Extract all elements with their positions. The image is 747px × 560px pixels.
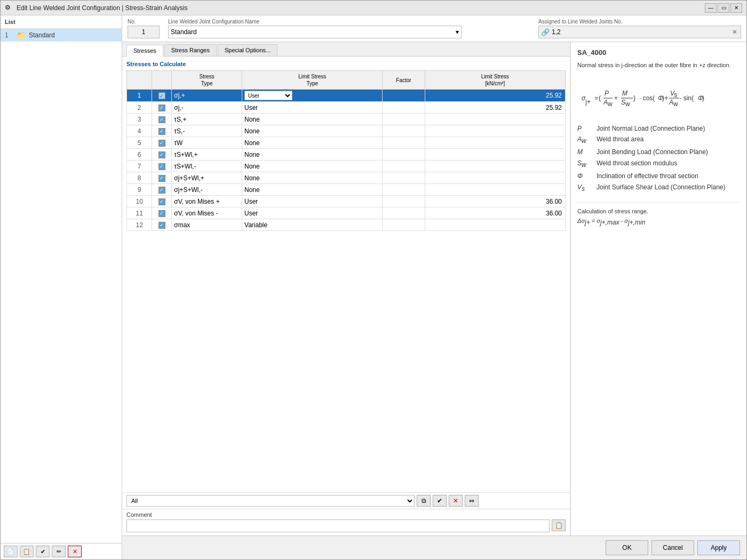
restore-button[interactable]: ▭	[718, 3, 729, 13]
tab-stress-ranges[interactable]: Stress Ranges	[164, 44, 217, 56]
limit-val-4	[425, 125, 566, 137]
minimize-button[interactable]: —	[705, 3, 717, 13]
row-check-1[interactable]: ✓	[152, 90, 172, 102]
name-value: Standard	[171, 28, 197, 36]
legend-sym-Aw: Aw	[577, 135, 592, 146]
limit-type-7[interactable]: None	[242, 161, 383, 172]
bottom-bar: OK Cancel Apply	[122, 535, 746, 559]
legend-P: P Joint Normal Load (Connection Plane)	[577, 124, 740, 133]
row-check-4[interactable]: ✓	[152, 125, 172, 137]
comment-input[interactable]	[126, 519, 550, 532]
row-check-8[interactable]: ✓	[152, 172, 172, 184]
rename-item-button[interactable]: ✏	[52, 546, 66, 557]
window-title: Edit Line Welded Joint Configuration | S…	[17, 4, 705, 12]
svg-text:): )	[633, 94, 635, 102]
checkbox-9[interactable]: ✓	[158, 187, 165, 194]
factor-9	[383, 184, 425, 196]
stress-type-4: τS,-	[172, 125, 242, 137]
main-content: List 1 📁 Standard 📄 📋 ✔ ✏ ✕ No. 1	[1, 15, 746, 559]
link-icon: 🔗	[541, 28, 550, 36]
table-row[interactable]: 6✓τS+Wl,+None	[127, 149, 566, 161]
checkbox-12[interactable]: ✓	[158, 222, 165, 229]
factor-8	[383, 172, 425, 184]
stress-type-9: σj+S+Wl,-	[172, 184, 242, 196]
row-num-6: 6	[127, 149, 152, 161]
table-row[interactable]: 4✓τS,-None	[127, 125, 566, 137]
expand-button[interactable]: ⇔	[465, 495, 479, 507]
left-panel: List 1 📁 Standard 📄 📋 ✔ ✏ ✕	[1, 15, 122, 559]
row-check-9[interactable]: ✓	[152, 184, 172, 196]
limit-type-12[interactable]: Variable	[242, 219, 383, 231]
ok-button[interactable]: OK	[606, 540, 648, 555]
legend-Vs: Vs Joint Surface Shear Load (Connection …	[577, 183, 740, 194]
name-select[interactable]: Standard ▾	[168, 26, 462, 38]
limit-type-10[interactable]: User	[242, 196, 383, 207]
checkbox-8[interactable]: ✓	[158, 175, 165, 182]
save-item-button[interactable]: ✔	[36, 546, 50, 557]
svg-text:σj+
                =: σj+ =	[582, 94, 598, 106]
table-row[interactable]: 3✓τS,+None	[127, 114, 566, 125]
factor-4	[383, 125, 425, 137]
checkbox-4[interactable]: ✓	[158, 128, 165, 135]
checkbox-6[interactable]: ✓	[158, 151, 165, 158]
no-value: 1	[128, 26, 160, 38]
filter-select[interactable]: All	[126, 495, 415, 507]
factor-5	[383, 137, 425, 149]
new-item-button[interactable]: 📄	[4, 546, 18, 557]
table-row[interactable]: 8✓σj+S+Wl,+None	[127, 172, 566, 184]
row-check-2[interactable]: ✓	[152, 102, 172, 114]
factor-1	[383, 90, 425, 102]
checkbox-7[interactable]: ✓	[158, 163, 165, 170]
checkbox-5[interactable]: ✓	[158, 140, 165, 147]
copy-rows-button[interactable]: ⧉	[417, 495, 431, 507]
row-check-5[interactable]: ✓	[152, 137, 172, 149]
row-check-7[interactable]: ✓	[152, 161, 172, 172]
cancel-button[interactable]: Cancel	[651, 540, 694, 555]
content-area: Stresses Stress Ranges Special Options..…	[122, 42, 746, 535]
limit-type-8[interactable]: None	[242, 172, 383, 184]
assigned-clear-button[interactable]: ✕	[730, 27, 740, 37]
table-row[interactable]: 2✓σj,-User25.92	[127, 102, 566, 114]
row-check-11[interactable]: ✓	[152, 207, 172, 219]
table-row[interactable]: 5✓τWNone	[127, 137, 566, 149]
limit-type-3[interactable]: None	[242, 114, 383, 125]
svg-text:w: w	[607, 100, 613, 108]
row-check-12[interactable]: ✓	[152, 219, 172, 231]
limit-type-6[interactable]: None	[242, 149, 383, 161]
close-button[interactable]: ✕	[730, 3, 742, 13]
limit-type-5[interactable]: None	[242, 137, 383, 149]
limit-type-1[interactable]: UserNoneVariable	[242, 90, 383, 102]
checkbox-1[interactable]: ✓	[158, 92, 165, 99]
legend-sym-Sw: Sw	[577, 159, 592, 170]
row-check-10[interactable]: ✓	[152, 196, 172, 207]
apply-button[interactable]: Apply	[697, 540, 740, 555]
uncheck-all-button[interactable]: ✕	[449, 495, 463, 507]
limit-type-select-1[interactable]: UserNoneVariable	[244, 91, 292, 100]
legend-Sw: Sw Weld throat section modulus	[577, 159, 740, 170]
list-item[interactable]: 1 📁 Standard	[1, 29, 122, 42]
delete-item-button[interactable]: ✕	[68, 546, 82, 557]
row-check-6[interactable]: ✓	[152, 149, 172, 161]
table-row[interactable]: 12✓σmaxVariable	[127, 219, 566, 231]
check-all-button[interactable]: ✔	[433, 495, 447, 507]
limit-type-9[interactable]: None	[242, 184, 383, 196]
folder-icon: 📁	[17, 31, 26, 39]
table-row[interactable]: 9✓σj+S+Wl,-None	[127, 184, 566, 196]
tab-special-options[interactable]: Special Options...	[218, 44, 277, 56]
checkbox-10[interactable]: ✓	[158, 198, 165, 205]
limit-type-11[interactable]: User	[242, 207, 383, 219]
table-row[interactable]: 11✓σV, von Mises -User36.00	[127, 207, 566, 219]
checkbox-2[interactable]: ✓	[158, 105, 165, 111]
checkbox-3[interactable]: ✓	[158, 116, 165, 123]
table-row[interactable]: 7✓τS+Wl,-None	[127, 161, 566, 172]
limit-type-2[interactable]: User	[242, 102, 383, 114]
table-row[interactable]: 1✓σj,+UserNoneVariable25.92	[127, 90, 566, 102]
limit-type-4[interactable]: None	[242, 125, 383, 137]
comment-action-button[interactable]: 📋	[552, 519, 566, 531]
row-check-3[interactable]: ✓	[152, 114, 172, 125]
tab-stresses[interactable]: Stresses	[126, 45, 163, 57]
table-row[interactable]: 10✓σV, von Mises +User36.00	[127, 196, 566, 207]
svg-text:)+: )+	[662, 94, 668, 102]
copy-item-button[interactable]: 📋	[20, 546, 34, 557]
checkbox-11[interactable]: ✓	[158, 210, 165, 217]
